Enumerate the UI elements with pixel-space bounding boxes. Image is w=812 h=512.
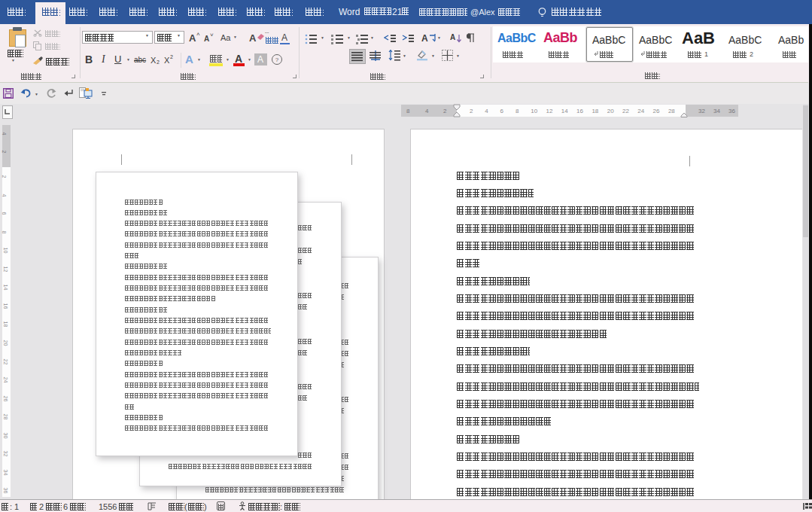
svg-text:?: ?	[275, 56, 279, 63]
svg-text:A: A	[450, 33, 455, 41]
